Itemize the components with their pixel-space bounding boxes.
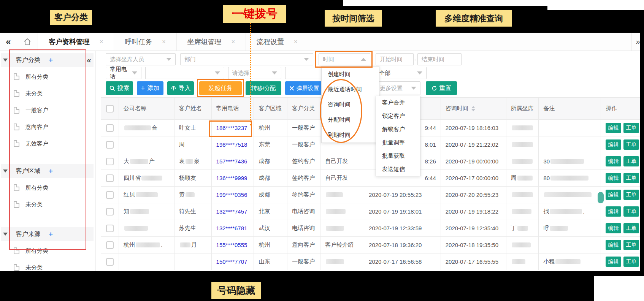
blurred-text <box>141 176 162 181</box>
edit-button[interactable]: 编辑 <box>606 223 621 233</box>
row-checkbox[interactable] <box>106 174 114 182</box>
phone-link[interactable]: 150****7707 <box>216 258 247 265</box>
table-row: 红贝黄199****0356成都签约客户2020-07-19 20:55:232… <box>101 187 644 203</box>
edit-button[interactable]: 编辑 <box>606 190 621 200</box>
phone-link[interactable]: 198****7518 <box>216 141 247 148</box>
search-button[interactable]: 搜索 <box>106 81 133 95</box>
edit-button[interactable]: 编辑 <box>606 173 621 183</box>
caret-down-icon[interactable] <box>3 170 8 173</box>
tab-close-icon[interactable]: × <box>162 38 165 45</box>
row-checkbox[interactable] <box>106 208 114 215</box>
agent-select[interactable]: 选择坐席人员 <box>106 53 176 65</box>
cell-text: 自己开发 <box>325 174 348 182</box>
work-order-button[interactable]: 工单 <box>623 139 639 150</box>
reset-button-label: 重置 <box>439 84 452 92</box>
more-settings-select[interactable]: 更多设置 <box>376 81 420 95</box>
more-menu-item-批量获取[interactable]: 批量获取 <box>376 149 420 163</box>
header-咨询时间: 咨询时间 <box>441 98 506 120</box>
tab-close-icon[interactable]: × <box>100 38 103 45</box>
header-label: 所属坐席 <box>511 105 534 112</box>
sidebar-collapse-icon[interactable]: « <box>87 55 91 65</box>
work-order-button[interactable]: 工单 <box>623 190 639 200</box>
cell-text: . <box>161 242 162 248</box>
blurred-text <box>136 242 160 247</box>
more-menu-item-发送短信[interactable]: 发送短信 <box>376 163 420 176</box>
more-menu-item-客户合并[interactable]: 客户合并 <box>376 96 420 109</box>
time-menu-item-创建时间[interactable]: 创建时间 <box>322 67 379 82</box>
edit-button[interactable]: 编辑 <box>606 257 621 267</box>
phone-link[interactable]: 199****0356 <box>216 192 247 198</box>
cell-source: 自己开发 <box>320 153 364 170</box>
tab-close-icon[interactable]: × <box>232 38 235 45</box>
cell-company <box>119 220 174 237</box>
cell-name: 袁泉 <box>174 153 212 170</box>
tab-坐席组管理[interactable]: 坐席组管理× <box>177 33 246 51</box>
tab-label: 呼叫任务 <box>125 37 152 46</box>
popup-settings-button[interactable]: 弹屏设置 <box>285 81 323 95</box>
phone-link[interactable]: 155****0555 <box>216 242 247 248</box>
department-select[interactable]: 部门 <box>180 53 313 65</box>
cell-consult-time: 2020-07-20 20:55:23 <box>441 187 506 203</box>
cell-checkbox <box>101 136 119 153</box>
row-checkbox[interactable] <box>106 258 114 266</box>
row-checkbox[interactable] <box>106 241 114 249</box>
cell-company: 杭州. <box>119 237 174 253</box>
row-checkbox[interactable] <box>106 141 114 149</box>
cell-phone: 132****7457 <box>212 203 254 220</box>
cell-checkbox <box>101 187 119 203</box>
row-checkbox[interactable] <box>106 158 114 165</box>
reset-button[interactable]: 重置 <box>426 81 457 95</box>
row-checkbox[interactable] <box>106 191 114 199</box>
work-order-button[interactable]: 工单 <box>623 156 639 166</box>
more-menu-item-锁定客户[interactable]: 锁定客户 <box>376 109 420 123</box>
caret-down-icon[interactable] <box>3 233 8 236</box>
phone-link[interactable]: 157****7436 <box>216 158 247 165</box>
home-tab[interactable] <box>17 33 38 51</box>
cell-text: 大 <box>124 158 129 165</box>
more-menu-item-解锁客户[interactable]: 解锁客户 <box>376 123 420 136</box>
choose-select[interactable]: 请选择 <box>228 67 281 79</box>
work-order-button[interactable]: 工单 <box>623 223 639 233</box>
more-settings-value: 更多设置 <box>380 85 403 92</box>
blurred-text <box>512 192 533 197</box>
tab-客户资料管理[interactable]: 客户资料管理× <box>38 33 114 51</box>
blurred-text <box>544 192 592 197</box>
work-order-button[interactable]: 工单 <box>623 206 639 217</box>
start-time-input[interactable]: 开始时间 <box>376 53 414 65</box>
search-button-label: 搜索 <box>117 84 130 92</box>
select-all-checkbox[interactable] <box>106 105 114 112</box>
table-row: 苏先生132****6781武汉电话咨询2020-07-19 12:33:592… <box>101 220 644 237</box>
all-select[interactable]: 全部 <box>375 67 427 79</box>
cell-checkbox <box>101 153 119 170</box>
search-field-select[interactable]: 常用电话 <box>106 67 141 79</box>
transfer-assign-button[interactable]: 转移/分配 <box>246 81 281 95</box>
annotation-rect-start-task <box>197 79 244 97</box>
work-order-button[interactable]: 工单 <box>623 123 639 133</box>
edit-button[interactable]: 编辑 <box>606 240 621 250</box>
row-checkbox[interactable] <box>106 225 114 232</box>
phone-link[interactable]: 132****6781 <box>216 225 247 231</box>
end-time-input[interactable]: 结束时间 <box>417 53 462 65</box>
more-menu-item-批量调整[interactable]: 批量调整 <box>376 136 420 149</box>
phone-link[interactable]: 132****7457 <box>216 208 247 215</box>
tab-流程设置[interactable]: 流程设置× <box>246 33 308 51</box>
edit-button[interactable]: 编辑 <box>606 156 621 166</box>
work-order-button[interactable]: 工单 <box>623 240 639 250</box>
work-order-button[interactable]: 工单 <box>623 257 639 267</box>
add-button-label: 添加 <box>147 84 159 92</box>
edit-button[interactable]: 编辑 <box>606 139 621 150</box>
import-button[interactable]: 导入 <box>167 81 194 95</box>
empty-select[interactable] <box>145 67 224 79</box>
caret-down-icon[interactable] <box>3 59 8 62</box>
row-checkbox[interactable] <box>106 124 114 132</box>
tabbar-collapse-icon[interactable]: « <box>0 33 17 51</box>
tab-呼叫任务[interactable]: 呼叫任务× <box>114 33 176 51</box>
sort-icon[interactable] <box>471 106 475 111</box>
add-button[interactable]: + 添加 <box>137 81 163 95</box>
work-order-button[interactable]: 工单 <box>623 173 639 183</box>
edit-button[interactable]: 编辑 <box>606 206 621 217</box>
scroll-handle[interactable] <box>598 192 604 203</box>
edit-button[interactable]: 编辑 <box>606 123 621 133</box>
tab-close-icon[interactable]: × <box>294 38 297 45</box>
phone-link[interactable]: 136****9999 <box>216 175 247 181</box>
